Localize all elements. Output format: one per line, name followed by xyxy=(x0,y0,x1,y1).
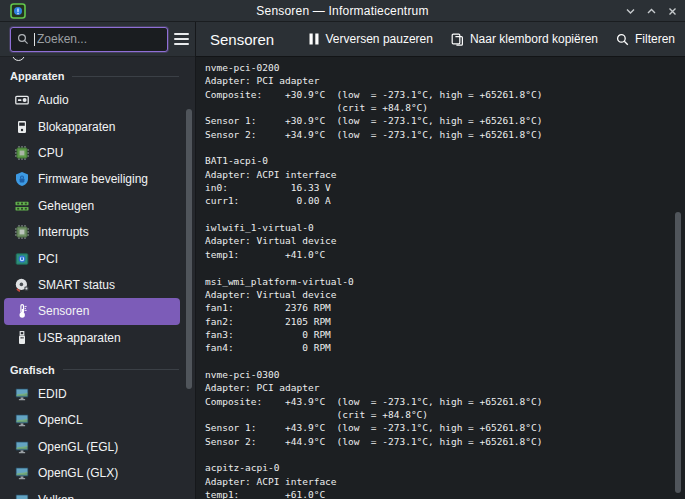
main-content: Sensoren Verversen pauzeren xyxy=(196,22,685,499)
sidebar-scrollbar[interactable] xyxy=(186,22,192,499)
window-title: Sensoren — Informatiecentrum xyxy=(0,4,685,18)
sidebar-item-smart-status[interactable]: SMART status xyxy=(4,272,180,298)
content-scrollbar-thumb[interactable] xyxy=(675,212,681,493)
search-icon xyxy=(17,33,29,45)
titlebar[interactable]: Sensoren — Informatiecentrum xyxy=(0,0,685,22)
sidebar-item-audio[interactable]: Audio xyxy=(4,87,180,113)
audio-icon xyxy=(14,92,30,108)
sidebar-item-interrupts[interactable]: Interrupts xyxy=(4,219,180,245)
thermometer-icon xyxy=(14,303,30,319)
sidebar-item-blokapparaten[interactable]: Blokapparaten xyxy=(4,113,180,139)
monitor-icon xyxy=(14,439,30,455)
kinfocenter-window: Sensoren — Informatiecentrum xyxy=(0,0,685,499)
sidebar-item-opengl-glx[interactable]: OpenGL (GLX) xyxy=(4,460,180,486)
disk-gear-icon xyxy=(14,277,30,293)
usb-icon xyxy=(14,330,30,346)
pci-card-icon xyxy=(14,251,30,267)
sidebar-item-usb-apparaten[interactable]: USB-apparaten xyxy=(4,325,180,351)
sidebar-item-vulkan[interactable]: Vulkan xyxy=(4,486,180,499)
cpu-icon xyxy=(14,145,30,161)
copy-to-clipboard-button[interactable]: Naar klembord kopiëren xyxy=(449,28,600,50)
section-header-grafisch: Grafisch xyxy=(0,359,195,381)
filter-button[interactable]: Filteren xyxy=(614,28,677,50)
sensors-view: nvme-pci-0200 Adapter: PCI adapter Compo… xyxy=(196,57,685,499)
section-header-apparaten: Apparaten xyxy=(0,65,195,87)
search-input[interactable] xyxy=(35,32,161,46)
monitor-icon xyxy=(14,465,30,481)
memory-icon xyxy=(14,198,30,214)
sidebar-list: Apparaten Audio Blok xyxy=(0,57,195,499)
scrolled-item-icon xyxy=(12,57,25,61)
sidebar-item-opengl-egl[interactable]: OpenGL (EGL) xyxy=(4,434,180,460)
sidebar: Apparaten Audio Blok xyxy=(0,22,196,499)
sidebar-item-pci[interactable]: PCI xyxy=(4,245,180,271)
pause-refresh-button[interactable]: Verversen pauzeren xyxy=(306,28,435,50)
monitor-icon xyxy=(14,412,30,428)
maximize-icon[interactable] xyxy=(644,4,658,18)
copy-icon xyxy=(451,33,464,46)
monitor-icon xyxy=(14,492,30,499)
page-header: Sensoren Verversen pauzeren xyxy=(196,22,685,57)
sidebar-item-edid[interactable]: EDID xyxy=(4,381,180,407)
sidebar-toolbar xyxy=(0,22,195,57)
monitor-icon xyxy=(14,386,30,402)
sensors-output: nvme-pci-0200 Adapter: PCI adapter Compo… xyxy=(196,57,685,499)
app-icon xyxy=(10,3,26,19)
shield-lock-icon xyxy=(14,171,30,187)
pause-icon xyxy=(308,33,320,45)
close-icon[interactable] xyxy=(665,4,679,18)
page-title: Sensoren xyxy=(210,31,274,48)
search-box[interactable] xyxy=(10,27,168,52)
filter-search-icon xyxy=(616,33,629,46)
sidebar-item-firmware-beveiliging[interactable]: Firmware beveiliging xyxy=(4,166,180,192)
sidebar-item-geheugen[interactable]: Geheugen xyxy=(4,193,180,219)
interrupts-chip-icon xyxy=(14,224,30,240)
sidebar-item-opencl[interactable]: OpenCL xyxy=(4,407,180,433)
content-scrollbar[interactable] xyxy=(675,57,681,499)
sidebar-item-cpu[interactable]: CPU xyxy=(4,140,180,166)
block-device-icon xyxy=(14,119,30,135)
sidebar-item-sensoren[interactable]: Sensoren xyxy=(4,298,180,324)
minimize-icon[interactable] xyxy=(623,4,637,18)
sidebar-scrollbar-thumb[interactable] xyxy=(186,109,192,389)
